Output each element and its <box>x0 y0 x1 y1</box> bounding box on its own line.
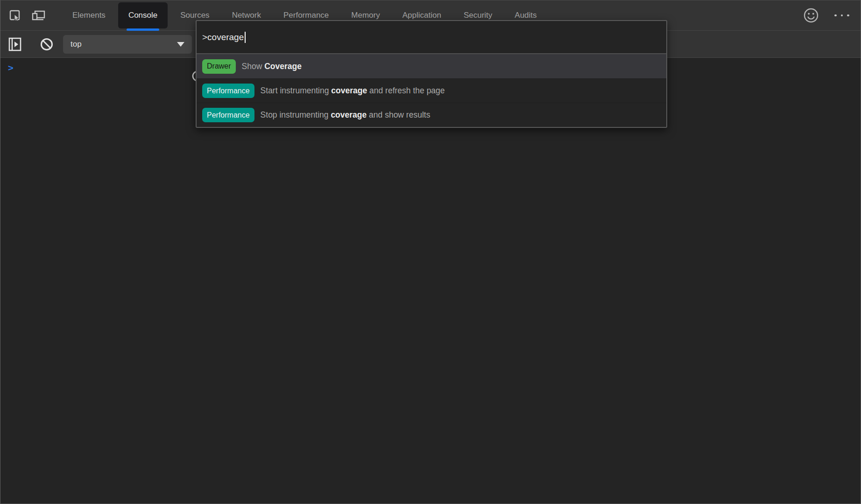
console-prompt-chevron-icon: > <box>8 63 14 73</box>
devtools-window: Elements Console Sources Network Perform… <box>0 0 861 504</box>
dot-icon <box>841 14 843 17</box>
devtools-menu-button[interactable] <box>832 14 852 17</box>
context-selector-value: top <box>71 40 82 49</box>
tabbar-right-controls <box>803 0 861 30</box>
result-highlight: Coverage <box>264 62 302 71</box>
tab-console-label: Console <box>128 11 157 20</box>
command-result-stop-coverage[interactable]: Performance Stop instrumenting coverage … <box>197 103 666 127</box>
result-text: Show <box>242 62 265 71</box>
command-result-show-coverage[interactable]: Drawer Show Coverage <box>197 54 666 78</box>
category-badge-performance: Performance <box>202 84 254 98</box>
text-cursor <box>245 32 246 43</box>
clear-console-button[interactable] <box>38 36 55 53</box>
command-menu-input[interactable]: >coverage <box>197 21 666 53</box>
result-text: and refresh the page <box>367 86 445 96</box>
command-menu-dialog: >coverage Drawer Show Coverage Performan… <box>196 20 667 128</box>
show-console-sidebar-button[interactable] <box>7 36 23 53</box>
toggle-device-toolbar-button[interactable] <box>30 7 47 24</box>
inspect-cursor-icon <box>8 8 22 22</box>
result-highlight: coverage <box>331 86 367 96</box>
tab-console[interactable]: Console <box>118 2 168 28</box>
category-badge-performance: Performance <box>202 108 254 122</box>
dot-icon <box>834 14 837 17</box>
result-text: Stop instrumenting <box>261 110 331 120</box>
tab-elements[interactable]: Elements <box>63 0 115 30</box>
category-badge-drawer: Drawer <box>202 59 236 74</box>
command-result-start-coverage[interactable]: Performance Start instrumenting coverage… <box>197 78 666 103</box>
tabbar-left-icons <box>0 0 47 30</box>
feedback-button[interactable] <box>803 7 819 24</box>
smiley-icon <box>803 7 819 23</box>
console-sidebar-icon <box>7 36 22 52</box>
result-highlight: coverage <box>331 110 367 120</box>
result-text: Start instrumenting <box>261 86 332 96</box>
inspect-element-button[interactable] <box>7 7 23 24</box>
ban-circle-icon <box>40 37 54 51</box>
dot-icon <box>847 14 849 17</box>
chevron-down-icon <box>177 42 184 47</box>
javascript-context-selector[interactable]: top <box>63 35 192 54</box>
result-text: and show results <box>367 110 430 120</box>
device-toolbar-icon <box>31 8 46 22</box>
command-menu-query: >coverage <box>202 32 244 42</box>
